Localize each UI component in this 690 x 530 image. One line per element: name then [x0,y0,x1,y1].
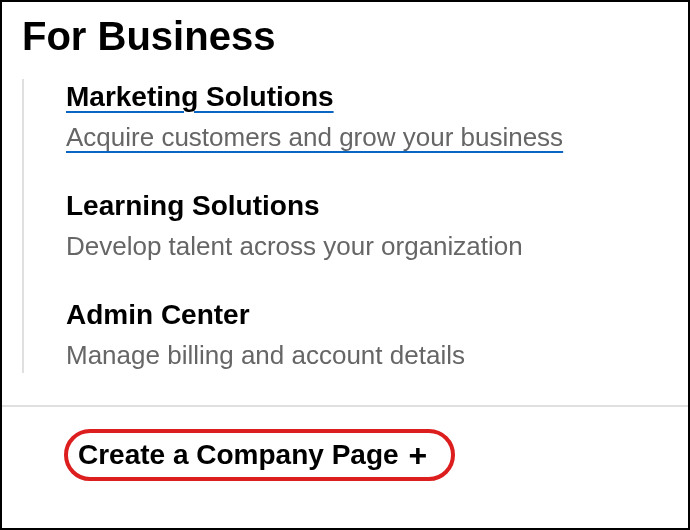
menu-item-marketing-solutions[interactable]: Marketing Solutions Acquire customers an… [66,79,688,156]
menu-item-title: Admin Center [66,297,688,333]
section-title: For Business [2,2,688,79]
menu-item-subtitle: Develop talent across your organization [66,228,688,264]
business-menu-list: Marketing Solutions Acquire customers an… [22,79,688,373]
plus-icon: + [409,439,428,471]
menu-item-learning-solutions[interactable]: Learning Solutions Develop talent across… [66,188,688,265]
menu-item-title: Marketing Solutions [66,79,688,115]
menu-item-title: Learning Solutions [66,188,688,224]
menu-item-subtitle: Manage billing and account details [66,337,688,373]
create-company-page-button[interactable]: Create a Company Page + [64,429,455,481]
footer-section: Create a Company Page + [2,405,688,481]
menu-item-admin-center[interactable]: Admin Center Manage billing and account … [66,297,688,374]
menu-item-subtitle: Acquire customers and grow your business [66,119,688,155]
create-button-label: Create a Company Page [78,439,399,471]
